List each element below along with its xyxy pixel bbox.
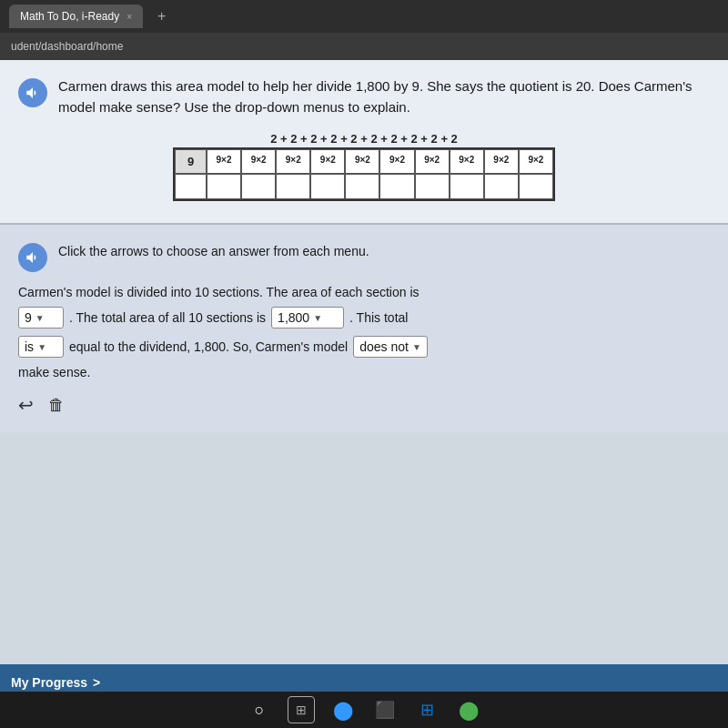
dropdown-section-area[interactable]: 9 ▼ (18, 307, 64, 329)
answer-speaker-button[interactable] (18, 243, 47, 272)
dropdown-4-arrow: ▼ (412, 342, 421, 352)
grid-empty-9 (484, 174, 519, 199)
active-tab[interactable]: Math To Do, i-Ready × (9, 5, 143, 28)
grid-cell-10: 9×2 (519, 149, 553, 174)
answer-section: Click the arrows to choose an answer fro… (0, 225, 728, 432)
line1-suffix: . This total (349, 310, 408, 325)
tab-label: Math To Do, i-Ready (20, 10, 119, 23)
my-progress-button[interactable]: My Progress > (11, 675, 100, 690)
grid-cell-4: 9×2 (310, 149, 345, 174)
taskbar-chrome[interactable]: ⬤ (455, 696, 482, 723)
grid-cell-8: 9×2 (450, 149, 484, 174)
taskbar: ○ ⊞ ⬤ ⬛ ⊞ ⬤ (0, 692, 728, 728)
my-progress-label: My Progress (11, 675, 87, 690)
url-text: udent/dashboard/home (11, 40, 123, 53)
grid-empty-1 (207, 174, 241, 199)
grid-row-header: 9 (175, 149, 207, 174)
grid-cell-2: 9×2 (241, 149, 276, 174)
taskbar-store[interactable]: ⊞ (413, 696, 440, 723)
dropdown-2-arrow: ▼ (313, 313, 322, 323)
tab-close-button[interactable]: × (126, 12, 132, 22)
line2-middle: equal to the dividend, 1,800. So, Carmen… (69, 339, 348, 354)
answer-line-1: Carmen's model is divided into 10 sectio… (18, 285, 710, 299)
grid-empty-6 (379, 174, 414, 199)
speaker-icon (25, 85, 41, 101)
question-header: Carmen draws this area model to help her… (18, 76, 710, 117)
dropdown-2-value: 1,800 (278, 310, 309, 325)
question-instruction-text: Carmen draws this area model to help her… (58, 78, 693, 115)
new-tab-button[interactable]: + (150, 5, 173, 28)
grid-cell-9: 9×2 (484, 149, 519, 174)
dropdown-3-value: is (25, 339, 34, 354)
grid-empty-7 (415, 174, 450, 199)
dropdown-1-arrow: ▼ (35, 313, 45, 323)
action-buttons: ↩ 🗑 (18, 394, 710, 416)
undo-button[interactable]: ↩ (18, 394, 34, 416)
grid-empty-0 (175, 174, 207, 199)
question-text: Carmen draws this area model to help her… (58, 76, 710, 117)
make-sense-text: make sense. (18, 365, 710, 379)
dropdown-does-doesnot[interactable]: does not ▼ (353, 336, 428, 358)
grid-empty-8 (450, 174, 484, 199)
grid-cell-6: 9×2 (379, 149, 414, 174)
taskbar-windows[interactable]: ⊞ (288, 696, 315, 723)
grid-empty-4 (310, 174, 345, 199)
dropdown-total-area[interactable]: 1,800 ▼ (271, 307, 344, 329)
address-bar: udent/dashboard/home (0, 33, 728, 60)
browser-chrome: Math To Do, i-Ready × + (0, 0, 728, 33)
grid-cell-3: 9×2 (276, 149, 310, 174)
speaker-button[interactable] (18, 78, 47, 107)
grid-cell-5: 9×2 (345, 149, 379, 174)
grid-cell-1: 9×2 (207, 149, 241, 174)
grid-empty-5 (345, 174, 379, 199)
area-model-grid: 9 9×2 9×2 9×2 9×2 9×2 9×2 9×2 9×2 9×2 9×… (173, 147, 555, 201)
grid-empty-10 (519, 174, 553, 199)
answer-line-2: 9 ▼ . The total area of all 10 sections … (18, 307, 710, 329)
grid-empty-2 (241, 174, 276, 199)
grid-empty-3 (276, 174, 310, 199)
answer-line-3: is ▼ equal to the dividend, 1,800. So, C… (18, 336, 710, 358)
grid-cell-7: 9×2 (415, 149, 450, 174)
dropdown-is-isnot[interactable]: is ▼ (18, 336, 64, 358)
dropdown-4-value: does not (359, 339, 409, 354)
answer-instruction: Click the arrows to choose an answer fro… (58, 241, 369, 261)
content-area: Carmen draws this area model to help her… (0, 60, 728, 664)
answer-header: Click the arrows to choose an answer fro… (18, 241, 710, 272)
taskbar-search[interactable]: ○ (246, 696, 273, 723)
line1-middle: . The total area of all 10 sections is (69, 310, 266, 325)
line1-prefix: Carmen's model is divided into 10 sectio… (18, 285, 420, 299)
chevron-right-icon: > (93, 675, 100, 690)
question-section: Carmen draws this area model to help her… (0, 60, 728, 225)
dropdown-3-arrow: ▼ (37, 342, 46, 352)
area-model-diagram: 2 + 2 + 2 + 2 + 2 + 2 + 2 + 2 + 2 + 2 9 … (173, 132, 555, 201)
taskbar-explorer[interactable]: ⬛ (371, 696, 399, 723)
answer-speaker-icon (25, 249, 41, 266)
area-model-top-label: 2 + 2 + 2 + 2 + 2 + 2 + 2 + 2 + 2 + 2 (173, 132, 555, 146)
taskbar-edge[interactable]: ⬤ (329, 696, 357, 723)
dropdown-1-value: 9 (25, 310, 32, 325)
trash-button[interactable]: 🗑 (48, 394, 65, 416)
